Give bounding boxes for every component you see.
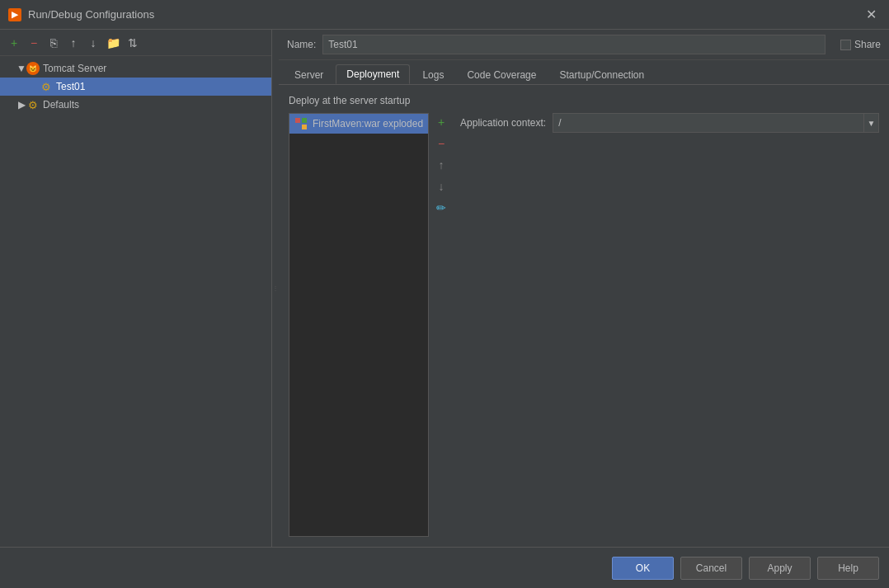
tomcat-server-label: Tomcat Server bbox=[43, 63, 106, 74]
cancel-button[interactable]: Cancel bbox=[680, 557, 742, 580]
move-artifact-down-button[interactable]: ↓ bbox=[432, 177, 450, 195]
deployment-area: FirstMaven:war exploded + − ↑ ↓ ✏ bbox=[289, 113, 879, 537]
share-checkbox[interactable] bbox=[840, 40, 851, 50]
remove-artifact-button[interactable]: − bbox=[432, 134, 450, 153]
tree-item-test01[interactable]: ⚙ Test01 bbox=[0, 78, 271, 96]
left-panel: + − ⎘ ↑ ↓ 📁 ⇅ ▼ 🐱 Tomcat Server bbox=[0, 30, 272, 547]
move-up-button[interactable]: ↑ bbox=[64, 34, 82, 52]
svg-rect-1 bbox=[302, 118, 307, 123]
svg-rect-0 bbox=[295, 118, 300, 123]
share-label: Share bbox=[854, 39, 881, 50]
app-icon: ▶ bbox=[8, 8, 21, 21]
share-area: Share bbox=[840, 39, 881, 50]
tree-item-tomcat-server[interactable]: ▼ 🐱 Tomcat Server bbox=[0, 59, 271, 78]
tree-arrow-defaults: ▶ bbox=[16, 99, 26, 111]
main-layout: + − ⎘ ↑ ↓ 📁 ⇅ ▼ 🐱 Tomcat Server bbox=[0, 30, 889, 547]
right-panel: Name: Share Server Deployment Logs Code … bbox=[279, 30, 889, 547]
tab-server[interactable]: Server bbox=[284, 64, 334, 84]
name-row: Name: Share bbox=[279, 30, 889, 60]
tomcat-icon: 🐱 bbox=[26, 62, 40, 75]
app-context-area: Application context: ▼ bbox=[460, 113, 879, 537]
edit-artifact-button[interactable]: ✏ bbox=[432, 199, 450, 217]
config-tree: ▼ 🐱 Tomcat Server ⚙ Test01 ▶ bbox=[0, 56, 271, 547]
artifact-list: FirstMaven:war exploded bbox=[289, 113, 429, 537]
name-input[interactable] bbox=[322, 35, 826, 54]
remove-config-button[interactable]: − bbox=[25, 34, 43, 52]
panel-resizer[interactable]: ⋮ bbox=[272, 30, 279, 547]
tree-item-defaults[interactable]: ▶ ⚙ Defaults bbox=[0, 96, 271, 114]
add-config-button[interactable]: + bbox=[5, 34, 23, 52]
test01-icon: ⚙ bbox=[40, 80, 53, 93]
artifact-item-firstmaven[interactable]: FirstMaven:war exploded bbox=[289, 114, 428, 134]
app-context-row: Application context: ▼ bbox=[460, 113, 879, 133]
apply-button[interactable]: Apply bbox=[749, 557, 811, 580]
artifact-label: FirstMaven:war exploded bbox=[313, 118, 423, 129]
defaults-icon: ⚙ bbox=[26, 98, 40, 111]
move-artifact-up-button[interactable]: ↑ bbox=[432, 156, 450, 174]
move-down-button[interactable]: ↓ bbox=[84, 34, 102, 52]
ok-button[interactable]: OK bbox=[612, 557, 674, 580]
tab-deployment[interactable]: Deployment bbox=[336, 64, 410, 84]
bottom-bar: OK Cancel Apply Help bbox=[0, 547, 889, 588]
toolbar: + − ⎘ ↑ ↓ 📁 ⇅ bbox=[0, 30, 271, 56]
title-bar-text: Run/Debug Configurations bbox=[28, 8, 861, 21]
app-context-input-container: ▼ bbox=[553, 113, 879, 133]
sort-button[interactable]: ⇅ bbox=[124, 34, 142, 52]
artifact-side-buttons: + − ↑ ↓ ✏ bbox=[432, 113, 450, 537]
help-button[interactable]: Help bbox=[817, 557, 879, 580]
app-context-input[interactable] bbox=[553, 115, 863, 130]
add-artifact-button[interactable]: + bbox=[432, 113, 450, 131]
artifact-section: FirstMaven:war exploded + − ↑ ↓ ✏ bbox=[289, 113, 450, 537]
tabs-row: Server Deployment Logs Code Coverage Sta… bbox=[279, 60, 889, 85]
tree-arrow-tomcat: ▼ bbox=[16, 63, 26, 74]
war-icon bbox=[294, 117, 308, 130]
app-context-label: Application context: bbox=[460, 117, 546, 129]
name-label: Name: bbox=[287, 39, 316, 50]
copy-config-button[interactable]: ⎘ bbox=[45, 34, 63, 52]
defaults-label: Defaults bbox=[43, 99, 79, 111]
deployment-tab-content: Deploy at the server startup bbox=[279, 85, 889, 547]
tab-startup-connection[interactable]: Startup/Connection bbox=[548, 64, 655, 84]
title-bar: ▶ Run/Debug Configurations ✕ bbox=[0, 0, 889, 30]
tab-logs[interactable]: Logs bbox=[412, 64, 454, 84]
test01-label: Test01 bbox=[56, 81, 85, 92]
folder-button[interactable]: 📁 bbox=[104, 34, 122, 52]
svg-rect-2 bbox=[295, 125, 300, 129]
tab-code-coverage[interactable]: Code Coverage bbox=[456, 64, 547, 84]
svg-rect-3 bbox=[302, 125, 307, 129]
close-button[interactable]: ✕ bbox=[861, 5, 881, 25]
app-context-dropdown[interactable]: ▼ bbox=[863, 114, 878, 132]
deploy-section-label: Deploy at the server startup bbox=[289, 95, 879, 106]
